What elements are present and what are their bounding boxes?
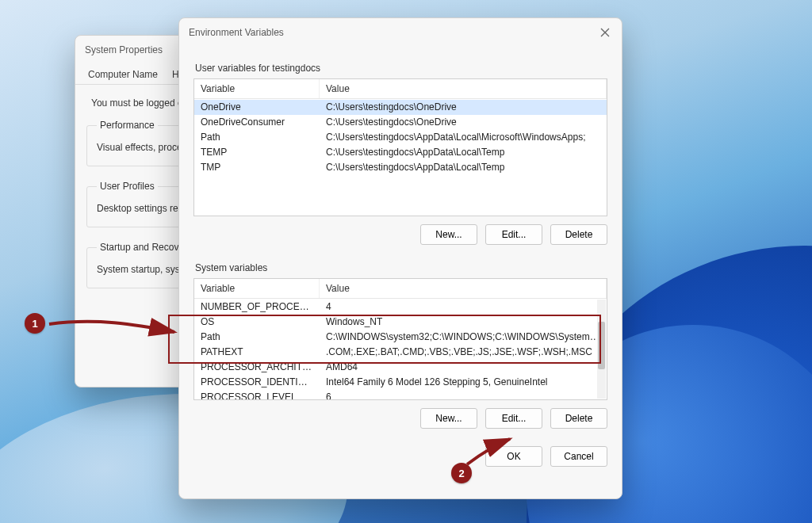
cell-variable: OneDrive bbox=[194, 100, 320, 115]
system-properties-title: System Properties bbox=[85, 44, 163, 55]
table-row[interactable]: TMPC:\Users\testingdocs\AppData\Local\Te… bbox=[194, 160, 607, 175]
tab-computer-name[interactable]: Computer Name bbox=[82, 64, 164, 84]
cell-value: Intel64 Family 6 Model 126 Stepping 5, G… bbox=[320, 375, 607, 390]
cell-variable: OneDriveConsumer bbox=[194, 115, 320, 130]
cell-value: C:\Users\testingdocs\OneDrive bbox=[320, 115, 607, 130]
table-row[interactable]: TEMPC:\Users\testingdocs\AppData\Local\T… bbox=[194, 145, 607, 160]
cell-variable: PROCESSOR_ARCHITECTURE bbox=[194, 360, 320, 375]
sys-new-button[interactable]: New... bbox=[420, 408, 477, 429]
close-icon[interactable] bbox=[598, 25, 612, 40]
sys-edit-button[interactable]: Edit... bbox=[485, 408, 542, 429]
group-user-profiles-legend: User Profiles bbox=[97, 181, 158, 192]
table-row[interactable]: PathC:\WINDOWS\system32;C:\WINDOWS;C:\WI… bbox=[194, 330, 607, 345]
cell-variable: PROCESSOR_IDENTIFIER bbox=[194, 375, 320, 390]
cell-value: C:\Users\testingdocs\AppData\Local\Temp bbox=[320, 145, 607, 160]
cell-value: AMD64 bbox=[320, 360, 607, 375]
environment-variables-window: Environment Variables User variables for… bbox=[178, 17, 622, 499]
user-variables-list[interactable]: Variable Value OneDriveC:\Users\testingd… bbox=[193, 78, 607, 216]
scrollbar[interactable] bbox=[597, 300, 606, 399]
user-edit-button[interactable]: Edit... bbox=[485, 224, 542, 245]
user-delete-button[interactable]: Delete bbox=[550, 224, 607, 245]
cell-variable: TEMP bbox=[194, 145, 320, 160]
cell-value: 6 bbox=[320, 390, 607, 399]
table-row[interactable]: NUMBER_OF_PROCESSORS4 bbox=[194, 300, 607, 315]
cell-variable: Path bbox=[194, 330, 320, 345]
cell-value: C:\Users\testingdocs\OneDrive bbox=[320, 100, 607, 115]
cell-variable: OS bbox=[194, 315, 320, 330]
system-variables-label: System variables bbox=[195, 262, 607, 273]
cell-value: .COM;.EXE;.BAT;.CMD;.VBS;.VBE;.JS;.JSE;.… bbox=[320, 345, 607, 360]
cancel-button[interactable]: Cancel bbox=[550, 446, 607, 467]
sys-delete-button[interactable]: Delete bbox=[550, 408, 607, 429]
table-row[interactable]: PathC:\Users\testingdocs\AppData\Local\M… bbox=[194, 130, 607, 145]
user-variables-label: User variables for testingdocs bbox=[195, 63, 607, 74]
cell-variable: Path bbox=[194, 130, 320, 145]
annotation-badge-1: 1 bbox=[25, 313, 45, 334]
cell-variable: PROCESSOR_LEVEL bbox=[194, 390, 320, 399]
annotation-badge-2: 2 bbox=[451, 463, 472, 483]
column-value[interactable]: Value bbox=[320, 279, 607, 298]
cell-variable: TMP bbox=[194, 160, 320, 175]
table-row[interactable]: OneDriveConsumerC:\Users\testingdocs\One… bbox=[194, 115, 607, 130]
cell-value: Windows_NT bbox=[320, 315, 607, 330]
column-variable[interactable]: Variable bbox=[194, 79, 320, 98]
user-new-button[interactable]: New... bbox=[420, 224, 477, 245]
table-row[interactable]: OSWindows_NT bbox=[194, 315, 607, 330]
table-row[interactable]: PROCESSOR_ARCHITECTUREAMD64 bbox=[194, 360, 607, 375]
table-row[interactable]: PATHEXT.COM;.EXE;.BAT;.CMD;.VBS;.VBE;.JS… bbox=[194, 345, 607, 360]
cell-value: C:\Users\testingdocs\AppData\Local\Micro… bbox=[320, 130, 607, 145]
cell-value: C:\Users\testingdocs\AppData\Local\Temp bbox=[320, 160, 607, 175]
column-variable[interactable]: Variable bbox=[194, 279, 320, 298]
ok-button[interactable]: OK bbox=[485, 446, 542, 467]
cell-variable: NUMBER_OF_PROCESSORS bbox=[194, 300, 320, 315]
environment-variables-title: Environment Variables bbox=[189, 27, 284, 38]
cell-value: C:\WINDOWS\system32;C:\WINDOWS;C:\WINDOW… bbox=[320, 330, 607, 345]
cell-value: 4 bbox=[320, 300, 607, 315]
system-variables-list[interactable]: Variable Value NUMBER_OF_PROCESSORS4OSWi… bbox=[193, 278, 607, 400]
group-performance-legend: Performance bbox=[97, 120, 158, 131]
cell-variable: PATHEXT bbox=[194, 345, 320, 360]
table-row[interactable]: OneDriveC:\Users\testingdocs\OneDrive bbox=[194, 100, 607, 115]
table-row[interactable]: PROCESSOR_LEVEL6 bbox=[194, 390, 607, 399]
column-value[interactable]: Value bbox=[320, 79, 607, 98]
table-row[interactable]: PROCESSOR_IDENTIFIERIntel64 Family 6 Mod… bbox=[194, 375, 607, 390]
